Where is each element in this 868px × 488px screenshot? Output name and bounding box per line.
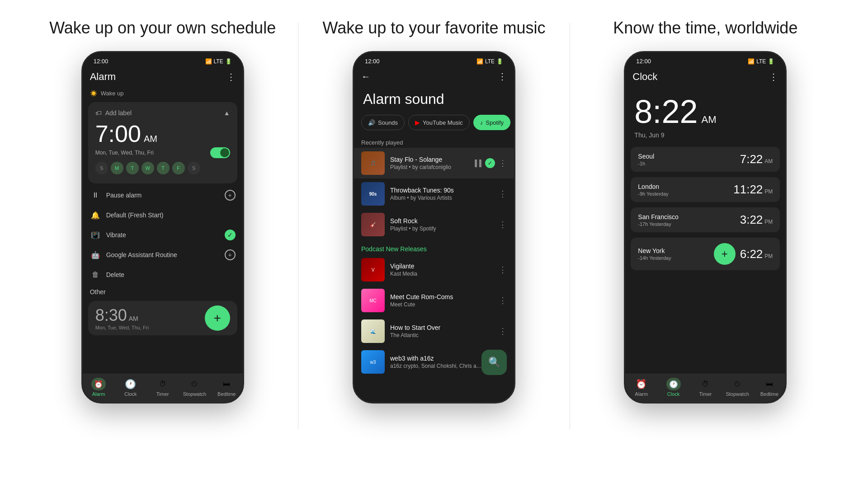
power-button xyxy=(243,143,244,165)
back-button[interactable]: ← xyxy=(361,71,370,82)
battery-icon: 🔋 xyxy=(225,58,232,65)
nav-clock-3[interactable]: 🕐 Clock xyxy=(657,378,689,397)
world-clock-london[interactable]: London -9h Yesterday 11:22 PM xyxy=(631,177,780,202)
sounds-label: Sounds xyxy=(378,119,398,126)
alarm-days-text: Mon, Tue, Wed, Thu, Fri xyxy=(95,150,154,156)
search-fab[interactable]: 🔍 xyxy=(481,350,507,375)
track-softrock[interactable]: 🎸 Soft Rock Playlist • by Spotify ⋮ xyxy=(354,209,514,240)
track-info-90s: Throwback Tunes: 90s Album • by Various … xyxy=(390,187,493,201)
podcast-title-meetcute: Meet Cute Rom-Coms xyxy=(390,293,493,300)
track-stayflo[interactable]: 🎵 Stay Flo - Solange Playlist • by carla… xyxy=(354,148,514,178)
bars-icon: ▐▐ xyxy=(472,160,481,167)
podcast-more-1[interactable]: ⋮ xyxy=(499,265,507,275)
section-clock: Know the time, worldwide 12:00 📶 LTE 🔋 xyxy=(570,18,841,488)
add-alarm-button[interactable]: + xyxy=(205,305,230,331)
alarm-days-toggle: Mon, Tue, Wed, Thu, Fri xyxy=(95,147,230,158)
timer-nav-icon-1: ⏱ xyxy=(156,378,169,390)
second-alarm-card[interactable]: 8:30 AM Mon, Tue, Wed, Thu, Fri + xyxy=(88,301,237,335)
nav-stopwatch-3[interactable]: ⏲ Stopwatch xyxy=(722,378,754,397)
day-M[interactable]: M xyxy=(111,162,123,174)
alarm-section-label: ☀️ Wake up xyxy=(83,86,243,100)
day-S1[interactable]: S xyxy=(95,162,108,174)
nav-timer-label-3: Timer xyxy=(699,391,712,397)
podcast-atlantic[interactable]: 🌊 How to Start Over The Atlantic ⋮ xyxy=(354,316,514,347)
podcast-more-3[interactable]: ⋮ xyxy=(499,326,507,336)
collapse-icon[interactable]: ▲ xyxy=(224,109,230,117)
tab-sounds[interactable]: 🔊 Sounds xyxy=(361,115,405,130)
sun-icon: ☀️ xyxy=(90,90,97,97)
track-more-2[interactable]: ⋮ xyxy=(499,189,507,199)
signal-label-2: LTE xyxy=(485,58,495,65)
nav-bedtime-1[interactable]: 🛏 Bedtime xyxy=(211,378,243,397)
podcast-vigilante[interactable]: V Vigilante Kast Media ⋮ xyxy=(354,254,514,285)
assistant-add-button[interactable]: + xyxy=(225,249,236,260)
phone-alarm: 12:00 📶 LTE 🔋 Alarm ⋮ ☀️ xyxy=(81,51,244,404)
day-S2[interactable]: S xyxy=(188,162,200,174)
pause-alarm-option[interactable]: ⏸ Pause alarm + xyxy=(83,185,243,205)
assistant-option[interactable]: 🤖 Google Assistant Routine + xyxy=(83,245,243,265)
stopwatch-nav-icon-1: ⏲ xyxy=(188,378,201,390)
label-icon: 🏷 xyxy=(95,109,102,117)
nav-timer-1[interactable]: ⏱ Timer xyxy=(146,378,179,397)
music-menu-button[interactable]: ⋮ xyxy=(498,71,507,82)
wifi-icon: 📶 xyxy=(205,58,212,65)
track-more-1[interactable]: ⋮ xyxy=(499,158,507,168)
podcast-info-atlantic: How to Start Over The Atlantic xyxy=(390,324,493,338)
vol-down-3 xyxy=(624,147,625,163)
sound-option[interactable]: 🔔 Default (Fresh Start) xyxy=(83,205,243,225)
track-thumb-90s: 90s xyxy=(361,182,385,206)
podcast-more-2[interactable]: ⋮ xyxy=(499,296,507,305)
podcast-meetcute[interactable]: MC Meet Cute Rom-Coms Meet Cute ⋮ xyxy=(354,285,514,316)
nav-stopwatch-1[interactable]: ⏲ Stopwatch xyxy=(179,378,211,397)
timer-nav-icon-3: ⏱ xyxy=(699,378,712,390)
day-T2[interactable]: T xyxy=(157,162,170,174)
clock-menu-button[interactable]: ⋮ xyxy=(769,71,778,82)
other-section-label: Other xyxy=(83,285,243,299)
sf-city: San Francisco xyxy=(638,213,678,221)
track-actions-stayflo: ▐▐ ✓ ⋮ xyxy=(472,158,507,168)
delete-option[interactable]: 🗑 Delete xyxy=(83,265,243,285)
section-music: Wake up to your favorite music 12:00 📶 L… xyxy=(298,18,569,488)
track-90s[interactable]: 90s Throwback Tunes: 90s Album • by Vari… xyxy=(354,178,514,209)
delete-icon: 🗑 xyxy=(90,269,101,280)
world-clock-seoul[interactable]: Seoul -1h 7:22 AM xyxy=(631,147,780,172)
clock-bottom-nav: ⏰ Alarm 🕐 Clock ⏱ Timer ⏲ Stopwatch xyxy=(625,374,785,402)
day-W[interactable]: W xyxy=(142,162,154,174)
world-clock-ny[interactable]: New York -14h Yesterday + 6:22 PM xyxy=(631,238,780,270)
alarm-bottom-nav: ⏰ Alarm 🕐 Clock ⏱ Timer ⏲ Stopwatch xyxy=(83,374,243,402)
world-clock-sf[interactable]: San Francisco -17h Yesterday 3:22 PM xyxy=(631,207,780,232)
main-container: Wake up on your own schedule 12:00 📶 LTE… xyxy=(0,0,868,488)
nav-timer-3[interactable]: ⏱ Timer xyxy=(689,378,722,397)
tab-spotify[interactable]: ♪ Spotify xyxy=(473,115,510,130)
nav-clock-1[interactable]: 🕐 Clock xyxy=(114,378,146,397)
status-bar-clock: 12:00 📶 LTE 🔋 xyxy=(625,52,785,67)
alarm-toggle[interactable] xyxy=(210,147,230,158)
clock-app-title: Clock xyxy=(632,71,657,83)
alarm-app-title: Alarm xyxy=(90,71,116,83)
vibrate-option[interactable]: 📳 Vibrate ✓ xyxy=(83,225,243,245)
alarm-ampm: AM xyxy=(144,134,157,144)
seoul-offset: -1h xyxy=(638,161,654,166)
track-check: ✓ xyxy=(485,158,495,168)
signal-label-3: LTE xyxy=(756,58,766,65)
nav-alarm[interactable]: ⏰ Alarm xyxy=(83,378,115,397)
nav-alarm-label-3: Alarm xyxy=(635,391,648,397)
nav-alarm-3[interactable]: ⏰ Alarm xyxy=(625,378,657,397)
nav-bedtime-3[interactable]: 🛏 Bedtime xyxy=(754,378,786,397)
podcast-title-vigilante: Vigilante xyxy=(390,263,493,270)
track-more-3[interactable]: ⋮ xyxy=(499,220,507,230)
nav-clock-label-1: Clock xyxy=(124,391,137,397)
add-city-button[interactable]: + xyxy=(714,243,736,265)
pause-add-button[interactable]: + xyxy=(225,190,236,201)
alarm-menu-button[interactable]: ⋮ xyxy=(226,71,236,82)
alarm-main-card[interactable]: 🏷 Add label ▲ 7:00 AM Mon, Tue, Wed, Thu… xyxy=(88,102,237,183)
status-icons-2: 📶 LTE 🔋 xyxy=(476,58,503,65)
add-label-text: Add label xyxy=(105,109,132,117)
tab-youtube[interactable]: ▶ YouTube Music xyxy=(408,115,470,130)
vibrate-icon: 📳 xyxy=(90,230,101,240)
section-title-music: Wake up to your favorite music xyxy=(323,18,546,38)
day-F[interactable]: F xyxy=(172,162,185,174)
seoul-info: Seoul -1h xyxy=(638,153,654,166)
day-T1[interactable]: T xyxy=(126,162,139,174)
podcast-thumb-atlantic: 🌊 xyxy=(361,319,385,343)
